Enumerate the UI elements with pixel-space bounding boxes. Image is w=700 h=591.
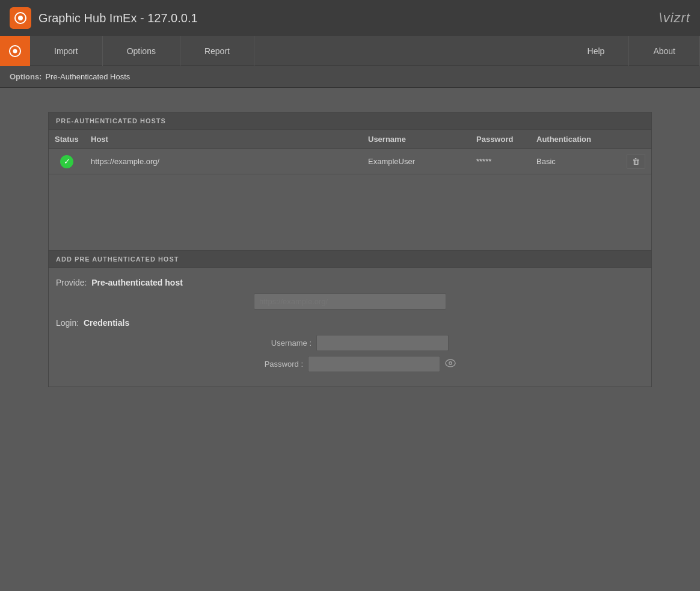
col-header-password: Password [470,130,530,149]
breadcrumb-label: Options: [10,72,41,81]
login-prefix: Login: [56,318,79,328]
col-header-username: Username [362,130,470,149]
login-value: Credentials [84,318,129,328]
menu-item-report[interactable]: Report [180,36,254,66]
main-content: PRE-AUTHENTICATED HOSTS Status Host User… [0,88,700,591]
app-title: Graphic Hub ImEx - 127.0.0.1 [38,11,198,25]
cell-username: ExampleUser [362,149,470,174]
hosts-table-area: Status Host Username Password Authentica… [49,130,651,250]
vizrt-logo: \vizrt [659,10,690,26]
hosts-section: PRE-AUTHENTICATED HOSTS Status Host User… [48,112,652,251]
delete-row-button[interactable]: 🗑 [627,154,645,169]
cell-delete: 🗑 [621,149,651,174]
provide-label: Provide: Pre-authenticated host [56,278,644,287]
cell-password: ***** [470,149,530,174]
username-label: Username : [251,338,312,348]
add-section-body: Provide: Pre-authenticated host Login: C… [49,268,651,387]
menu-item-help[interactable]: Help [563,36,630,66]
col-header-status: Status [49,130,85,149]
breadcrumb-value: Pre-Authenticated Hosts [45,72,130,81]
table-row: ✓https://example.org/ExampleUser*****Bas… [49,149,651,174]
provide-prefix: Provide: [56,278,87,287]
col-header-host: Host [85,130,362,149]
provide-value: Pre-authenticated host [91,278,183,287]
status-ok-icon: ✓ [60,155,73,168]
toggle-password-button[interactable] [444,358,457,371]
menu-bar: Import Options Report Help About [0,36,700,66]
title-left: Graphic Hub ImEx - 127.0.0.1 [10,7,198,29]
add-section: ADD PRE AUTHENTICATED HOST Provide: Pre-… [48,251,652,387]
col-header-action [621,130,651,149]
menu-item-about[interactable]: About [629,36,700,66]
host-input-row [56,293,644,310]
title-bar: Graphic Hub ImEx - 127.0.0.1 \vizrt [0,0,700,36]
menu-icon-button[interactable] [0,36,30,66]
host-input[interactable] [254,293,446,310]
cell-authentication: Basic [530,149,621,174]
col-header-auth: Authentication [530,130,621,149]
password-input[interactable] [308,356,440,372]
hosts-table: Status Host Username Password Authentica… [49,130,651,174]
menu-item-import[interactable]: Import [30,36,103,66]
table-header-row: Status Host Username Password Authentica… [49,130,651,149]
svg-point-1 [18,16,23,20]
cell-status: ✓ [49,149,85,174]
breadcrumb: Options: Pre-Authenticated Hosts [0,66,700,88]
username-row: Username : [56,335,644,351]
username-input[interactable] [316,335,449,351]
login-label: Login: Credentials [56,318,644,328]
menu-item-options[interactable]: Options [103,36,180,66]
svg-point-6 [450,362,452,364]
password-row: Password : [56,356,644,372]
app-icon [10,7,31,29]
cell-host: https://example.org/ [85,149,362,174]
hosts-section-header: PRE-AUTHENTICATED HOSTS [49,112,651,130]
svg-point-3 [13,49,17,53]
add-section-header: ADD PRE AUTHENTICATED HOST [49,251,651,268]
password-label: Password : [243,360,303,369]
